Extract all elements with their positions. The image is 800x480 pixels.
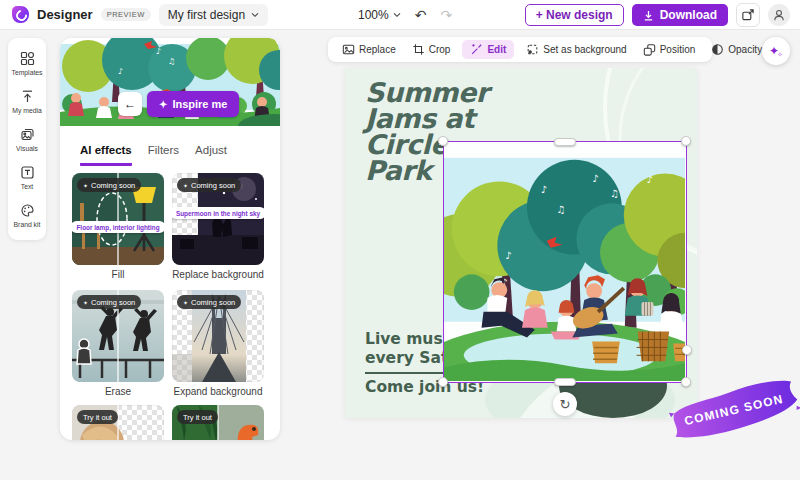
svg-text:♪: ♪ <box>541 184 547 195</box>
toolbar-item-crop[interactable]: Crop <box>408 40 455 59</box>
toolbar-item-edit[interactable]: Edit <box>462 40 514 59</box>
set-as-background-icon <box>526 43 539 56</box>
coming-soon-badge: ✦Coming soon <box>177 295 241 309</box>
designer-logo-icon <box>12 6 29 23</box>
preview-badge: PREVIEW <box>101 8 151 21</box>
svg-text:♫: ♫ <box>610 188 619 199</box>
park-picnic-illustration: ♪ ♫ ♪ ♪ ♫ ♪ ♪ <box>444 142 685 381</box>
share-button[interactable] <box>736 3 760 27</box>
sidebar-item-my-media[interactable]: My media <box>8 83 46 121</box>
context-toolbar: Replace Crop Edit Set as background Posi… <box>328 37 712 62</box>
svg-text:♫: ♫ <box>168 57 175 66</box>
selection-handle-bottom-left[interactable] <box>438 377 448 387</box>
selection-handle-top-right[interactable] <box>681 136 691 146</box>
magic-wand-icon <box>470 43 483 56</box>
rotate-icon: ↻ <box>560 397 571 412</box>
effect-card-expand-background[interactable]: ✦Coming soon <box>172 290 264 382</box>
new-design-button[interactable]: + New design <box>525 4 624 26</box>
text-icon <box>20 165 35 180</box>
opacity-icon <box>711 43 724 56</box>
sidebar-item-templates[interactable]: Templates <box>8 45 46 83</box>
topbar: Designer PREVIEW My first design 100% ↶ … <box>0 0 800 30</box>
svg-text:♪: ♪ <box>592 173 598 184</box>
position-layers-icon <box>643 43 656 56</box>
chevron-down-icon <box>251 12 259 18</box>
templates-icon <box>20 51 35 66</box>
selection-handle-right-middle[interactable] <box>682 345 692 355</box>
inspire-me-button[interactable]: ✦ Inspire me <box>147 91 239 117</box>
effect-label: Fill <box>72 269 164 280</box>
toolbar-item-opacity[interactable]: Opacity <box>707 40 766 59</box>
back-button[interactable]: ← <box>118 92 142 116</box>
svg-text:♪: ♪ <box>156 47 161 56</box>
tab-filters[interactable]: Filters <box>148 144 179 166</box>
palette-icon <box>20 203 35 218</box>
svg-text:♫: ♫ <box>557 204 566 215</box>
sparkle-icon: ✦ <box>83 182 88 189</box>
svg-text:♪: ♪ <box>646 174 652 185</box>
sparkle-icon: ✧ <box>777 51 783 59</box>
visuals-icon <box>20 127 35 142</box>
effect-card-try-1[interactable]: Try it out <box>72 405 164 440</box>
upload-icon <box>20 89 35 104</box>
zoom-dropdown[interactable]: 100% <box>358 8 401 22</box>
selection-handle-top-left[interactable] <box>438 136 448 146</box>
effect-label: Expand background <box>172 386 264 397</box>
prompt-pill: Supermoon in the night sky <box>172 207 264 219</box>
zoom-level: 100% <box>358 8 389 22</box>
selection-handle-top-middle[interactable] <box>554 138 576 146</box>
sparkle-icon: ✦ <box>83 299 88 306</box>
edit-panel: ♪ ♫ ♪ ← ✦ <box>60 38 280 440</box>
person-icon <box>772 8 786 22</box>
app-name: Designer <box>37 7 93 22</box>
tab-ai-effects[interactable]: AI effects <box>80 144 132 166</box>
sidebar-item-visuals[interactable]: Visuals <box>8 121 46 159</box>
rotate-handle[interactable]: ↻ <box>553 392 577 416</box>
replace-image-icon <box>342 43 355 56</box>
sidebar-item-text[interactable]: Text <box>8 159 46 197</box>
coming-soon-badge: ✦Coming soon <box>77 178 141 192</box>
effect-card-erase[interactable]: ✦Coming soon <box>72 290 164 382</box>
panel-hero-image: ♪ ♫ ♪ ← ✦ <box>60 38 280 126</box>
download-button[interactable]: Download <box>632 4 728 26</box>
sidebar-item-brand-kit[interactable]: Brand kit <box>8 197 46 235</box>
divider-line <box>365 372 443 374</box>
effect-card-try-2[interactable]: Try it out <box>172 405 264 440</box>
redo-button[interactable]: ↷ <box>440 8 452 22</box>
try-it-out-badge: Try it out <box>177 410 218 424</box>
effect-label: Erase <box>72 386 164 397</box>
toolbar-item-set-as-background[interactable]: Set as background <box>522 40 630 59</box>
design-name: My first design <box>168 8 245 22</box>
account-button[interactable] <box>768 4 790 26</box>
sparkle-icon: ✦ <box>183 299 188 306</box>
share-icon <box>741 8 755 22</box>
designer-app: Designer PREVIEW My first design 100% ↶ … <box>0 0 800 480</box>
toolbar-item-replace[interactable]: Replace <box>338 40 400 59</box>
selection-handle-bottom-middle[interactable] <box>554 378 576 386</box>
tab-adjust[interactable]: Adjust <box>195 144 227 166</box>
effect-card-fill[interactable]: ✦Coming soon Floor lamp, interior lighti… <box>72 173 164 265</box>
design-name-dropdown[interactable]: My first design <box>159 4 268 26</box>
svg-text:♪: ♪ <box>505 250 511 261</box>
sidebar: Templates My media Visuals Text Brand ki… <box>8 38 46 240</box>
effect-label: Replace background <box>172 269 264 280</box>
panel-tabs: AI effects Filters Adjust <box>80 144 227 166</box>
sparkle-icon: ✦ <box>159 99 167 110</box>
try-it-out-badge: Try it out <box>77 410 118 424</box>
prompt-pill: Floor lamp, interior lighting <box>72 221 164 233</box>
selection-handle-bottom-right[interactable] <box>681 377 691 387</box>
coming-soon-badge: ✦Coming soon <box>177 178 241 192</box>
back-icon: ← <box>124 97 136 111</box>
coming-soon-badge: ✦Coming soon <box>77 295 141 309</box>
sparkle-icon: ✦ <box>183 182 188 189</box>
ai-assistant-button[interactable]: ✦ ✧ <box>762 37 790 65</box>
effect-card-replace-background[interactable]: ✦Coming soon Supermoon in the night sky <box>172 173 264 265</box>
download-icon <box>643 10 654 21</box>
toolbar-item-position[interactable]: Position <box>639 40 700 59</box>
svg-text:♪: ♪ <box>118 67 123 76</box>
crop-icon <box>412 43 425 56</box>
selected-image[interactable]: ♪ ♫ ♪ ♪ ♫ ♪ ♪ <box>443 141 687 383</box>
chevron-down-icon <box>393 12 401 18</box>
undo-button[interactable]: ↶ <box>415 8 427 22</box>
